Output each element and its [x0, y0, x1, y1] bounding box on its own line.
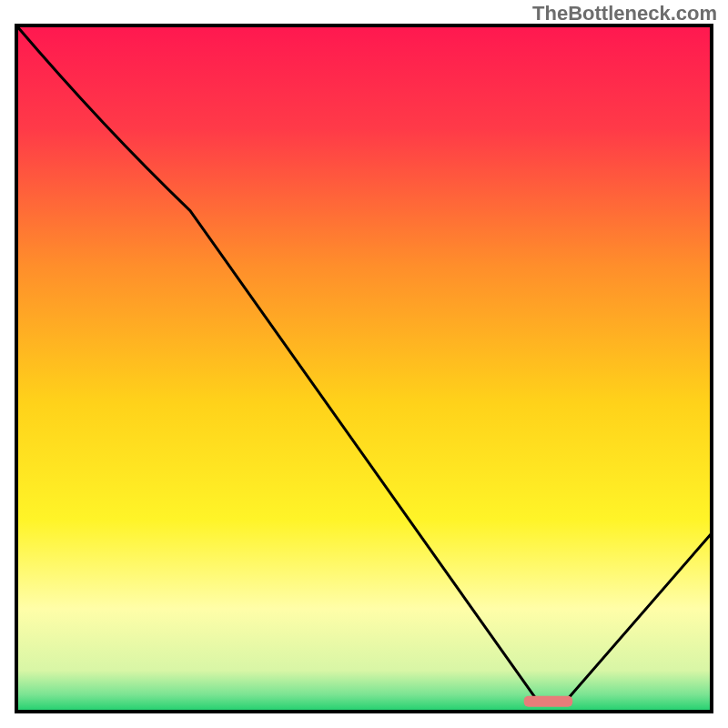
watermark-text: TheBottleneck.com: [532, 2, 717, 25]
bottleneck-chart: [0, 0, 728, 728]
optimum-marker: [524, 696, 572, 707]
plot-background: [16, 25, 712, 712]
chart-container: TheBottleneck.com: [0, 0, 728, 728]
